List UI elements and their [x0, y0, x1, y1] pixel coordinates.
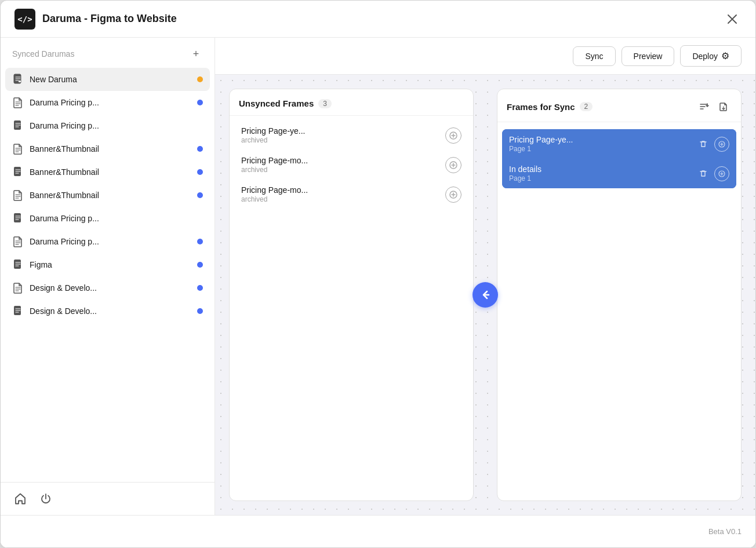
frame-item-name: Pricing Page-ye... — [509, 135, 696, 144]
status-dot — [197, 146, 203, 152]
sidebar-item-label: New Daruma — [30, 75, 191, 84]
sidebar-item-daruma-pricing-1[interactable]: Daruma Pricing p... — [5, 91, 210, 114]
frame-item-info: Pricing Page-ye... Page 1 — [509, 135, 696, 153]
sidebar-item-design-1[interactable]: Design & Develo... — [5, 276, 210, 299]
sidebar-item-daruma-pricing-2[interactable]: Daruma Pricing p... — [5, 114, 210, 137]
add-to-sync-button[interactable] — [445, 157, 461, 173]
sidebar-item-label: Banner&Thumbnail — [30, 191, 191, 200]
sidebar-item-new-daruma[interactable]: New Daruma — [5, 68, 210, 91]
frame-item-sub: archived — [241, 195, 445, 203]
add-to-sync-button[interactable] — [445, 187, 461, 203]
doc-icon — [12, 143, 24, 155]
doc-icon — [12, 282, 24, 294]
sidebar: Synced Darumas + New Daruma — [1, 38, 215, 515]
status-dot — [197, 76, 203, 82]
doc-solid-icon — [12, 213, 24, 224]
sidebar-item-label: Figma — [30, 260, 191, 269]
sidebar-item-label: Daruma Pricing p... — [30, 237, 191, 246]
delete-frame-button[interactable] — [696, 166, 711, 181]
sidebar-item-figma[interactable]: Figma — [5, 253, 210, 276]
add-to-sync-button[interactable] — [445, 127, 461, 144]
preview-button[interactable]: Preview — [621, 46, 675, 66]
sidebar-item-label: Banner&Thumbnail — [30, 167, 191, 177]
sidebar-item-daruma-pricing-3[interactable]: Daruma Pricing p... — [5, 207, 210, 230]
doc-solid-icon — [12, 305, 24, 317]
frame-item-sub: archived — [241, 166, 445, 174]
synced-panel-header: Frames for Sync 2 — [497, 89, 741, 122]
doc-icon — [12, 189, 24, 201]
frame-item-info: Pricing Page-ye... archived — [241, 126, 445, 144]
sort-button[interactable] — [696, 98, 712, 115]
sidebar-footer — [1, 482, 215, 515]
frame-item-name: In details — [509, 165, 696, 174]
frames-area: Unsynced Frames 3 Pricing Page-ye... arc… — [215, 75, 755, 515]
synced-frames-panel: Frames for Sync 2 — [497, 89, 742, 501]
unsynced-frames-panel: Unsynced Frames 3 Pricing Page-ye... arc… — [229, 89, 474, 501]
status-dot — [197, 192, 203, 198]
sidebar-item-label: Daruma Pricing p... — [30, 121, 203, 130]
main-content: Synced Darumas + New Daruma — [1, 38, 755, 515]
sidebar-title: Synced Darumas — [12, 49, 74, 59]
unsynced-frame-item[interactable]: Pricing Page-mo... archived — [234, 150, 468, 180]
beta-version: Beta V0.1 — [708, 527, 742, 536]
deploy-button[interactable]: Deploy ⚙ — [680, 45, 742, 67]
title-bar: </> Daruma - Figma to Website — [1, 1, 755, 38]
synced-frame-item[interactable]: Pricing Page-ye... Page 1 — [502, 129, 736, 159]
unsynced-frame-item[interactable]: Pricing Page-ye... archived — [234, 120, 468, 150]
frame-item-name: Pricing Page-mo... — [241, 156, 445, 165]
frame-item-name: Pricing Page-mo... — [241, 185, 445, 195]
doc-icon — [12, 97, 24, 108]
frame-item-name: Pricing Page-ye... — [241, 126, 445, 136]
status-dot — [197, 308, 203, 314]
sidebar-item-banner-2[interactable]: Banner&Thumbnail — [5, 160, 210, 184]
window-footer: Beta V0.1 — [1, 515, 755, 547]
sidebar-item-design-2[interactable]: Design & Develo... — [5, 299, 210, 323]
gear-icon: ⚙ — [721, 50, 729, 61]
power-button[interactable] — [38, 491, 54, 507]
highlighted-frames-group: Pricing Page-ye... Page 1 — [502, 129, 736, 188]
sidebar-item-daruma-pricing-4[interactable]: Daruma Pricing p... — [5, 230, 210, 253]
sidebar-item-banner-3[interactable]: Banner&Thumbnail — [5, 184, 210, 207]
logo-icon: </> — [14, 9, 35, 30]
frame-item-info: Pricing Page-mo... archived — [241, 156, 445, 174]
status-dot — [197, 262, 203, 268]
frame-item-info: Pricing Page-mo... archived — [241, 185, 445, 203]
svg-rect-2 — [19, 81, 21, 82]
app-window: </> Daruma - Figma to Website Synced Dar… — [0, 0, 756, 548]
sidebar-item-banner-1[interactable]: Banner&Thumbnail — [5, 137, 210, 160]
unsynced-frame-list: Pricing Page-ye... archived — [230, 116, 473, 500]
doc-icon — [12, 236, 24, 247]
export-button[interactable] — [715, 98, 732, 115]
unsynced-frame-item[interactable]: Pricing Page-mo... archived — [234, 180, 468, 209]
sidebar-item-label: Design & Develo... — [30, 283, 191, 293]
sidebar-item-label: Banner&Thumbnail — [30, 144, 191, 154]
sidebar-list: New Daruma Daruma Pricing p... — [1, 68, 215, 482]
home-button[interactable] — [12, 491, 28, 507]
transfer-button[interactable] — [472, 282, 498, 308]
right-panel-header: Sync Preview Deploy ⚙ — [215, 38, 755, 75]
frame-action-circle[interactable] — [714, 166, 729, 181]
sidebar-item-label: Design & Develo... — [30, 306, 191, 316]
status-dot — [197, 169, 203, 175]
title-bar-left: </> Daruma - Figma to Website — [14, 9, 177, 30]
frame-item-sub: Page 1 — [509, 145, 696, 153]
status-dot — [197, 285, 203, 291]
delete-frame-button[interactable] — [696, 137, 711, 152]
doc-solid-icon — [12, 120, 24, 131]
synced-count-badge: 2 — [580, 102, 593, 111]
frame-action-circle[interactable] — [714, 137, 729, 152]
doc-solid-icon — [12, 259, 24, 271]
close-button[interactable] — [723, 10, 742, 28]
unsynced-panel-title: Unsynced Frames — [239, 98, 314, 108]
add-daruma-button[interactable]: + — [189, 47, 203, 61]
app-title: Daruma - Figma to Website — [42, 13, 177, 25]
sync-button[interactable]: Sync — [573, 46, 615, 66]
sidebar-item-label: Daruma Pricing p... — [30, 214, 203, 223]
unsynced-count-badge: 3 — [318, 99, 332, 108]
panel-actions — [696, 98, 732, 115]
synced-frame-item[interactable]: In details Page 1 — [502, 159, 736, 188]
doc-solid-icon — [12, 166, 24, 178]
synced-frame-list: Pricing Page-ye... Page 1 — [497, 122, 741, 500]
synced-panel-title: Frames for Sync — [507, 102, 575, 112]
frame-item-info: In details Page 1 — [509, 165, 696, 182]
